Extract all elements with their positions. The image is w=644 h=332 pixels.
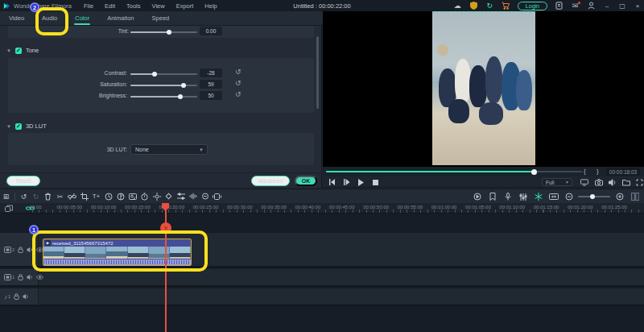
timeline-ruler[interactable]: 00:0000:00:05:0000:00:10:0000:00:15:0000… [0, 203, 644, 214]
media-grid-icon[interactable]: ⊞ [0, 191, 12, 201]
contrast-value[interactable]: -28 [200, 68, 222, 77]
add-text-icon[interactable]: T+ [90, 191, 102, 201]
menu-export[interactable]: Export [171, 2, 200, 10]
mark-out-button[interactable]: } [597, 167, 599, 176]
menu-tools[interactable]: Tools [121, 2, 147, 10]
next-frame-button[interactable] [342, 178, 350, 186]
video-track-row[interactable]: 1 [0, 269, 644, 287]
delete-icon[interactable] [42, 191, 54, 201]
hide-eye-icon[interactable] [36, 275, 43, 280]
lock-icon[interactable] [18, 274, 23, 280]
advanced-button[interactable]: Advanced [251, 176, 290, 186]
audio-track-header: ♪1 [0, 288, 39, 305]
tab-animation[interactable]: Animation [98, 11, 142, 26]
reset-button[interactable]: Reset [6, 176, 40, 186]
stopwatch-icon[interactable] [138, 191, 151, 201]
crop-icon[interactable] [78, 191, 90, 201]
seek-bar[interactable] [326, 171, 582, 172]
magnetic-timeline-icon[interactable] [532, 192, 544, 202]
tone-section-header[interactable]: ▼ ✓ Tone [6, 47, 39, 54]
lut-section-header[interactable]: ▼ ✓ 3D LUT [6, 122, 47, 130]
video-track-header: 1 [0, 269, 39, 285]
cart-icon[interactable] [502, 2, 510, 10]
contrast-reset-icon[interactable]: ↺ [235, 68, 242, 76]
play-button[interactable] [357, 178, 365, 186]
zoom-to-fit-icon[interactable] [547, 192, 559, 202]
mark-in-button[interactable]: { [584, 167, 586, 176]
saturation-value[interactable]: 59 [200, 80, 222, 89]
track-height-icon[interactable] [629, 192, 641, 202]
auto-ripple-icon[interactable] [5, 205, 13, 212]
menu-help[interactable]: Help [199, 2, 222, 10]
menu-file[interactable]: File [78, 2, 99, 10]
account-icon[interactable] [587, 2, 596, 10]
denoise-icon[interactable] [199, 191, 211, 201]
zoom-out-icon[interactable] [563, 192, 575, 202]
close-button[interactable]: × [634, 2, 642, 10]
lock-icon[interactable] [14, 293, 19, 300]
zoom-in-icon[interactable] [613, 192, 625, 202]
previous-frame-button[interactable] [328, 178, 336, 186]
tab-speed[interactable]: Speed [143, 11, 179, 26]
title-bar: Wondershare Filmora File Edit Tools View… [0, 0, 644, 11]
brightness-reset-icon[interactable]: ↺ [235, 91, 242, 98]
fullscreen-arrows-icon[interactable] [635, 178, 643, 186]
undo-icon[interactable]: ↺ [18, 191, 30, 201]
tone-checkbox[interactable]: ✓ [15, 48, 22, 54]
tab-color[interactable]: Color [66, 11, 98, 26]
motion-tracking-icon[interactable] [151, 191, 163, 201]
stop-button[interactable] [371, 178, 379, 186]
notifications-icon[interactable]: ✉ [571, 2, 580, 10]
timeline-zoom-slider[interactable] [578, 196, 610, 197]
tint-slider[interactable] [130, 31, 197, 33]
marker-bookmark-icon[interactable] [486, 192, 498, 202]
audio-mixer-icon[interactable] [517, 192, 529, 202]
collapse-arrow-icon[interactable]: ▼ [6, 48, 11, 53]
ok-button[interactable]: OK [295, 176, 317, 186]
brightness-value[interactable]: 50 [200, 91, 222, 100]
color-correction-icon[interactable] [114, 191, 126, 201]
split-scissors-icon[interactable]: ✂ [54, 191, 66, 201]
panel-scrollbar[interactable] [316, 36, 319, 109]
redo-icon[interactable]: ↻ [30, 191, 42, 201]
voiceover-mic-icon[interactable] [502, 192, 514, 202]
minimize-button[interactable]: – [603, 2, 611, 10]
clip-options-icon[interactable] [211, 191, 223, 201]
menu-edit[interactable]: Edit [99, 2, 121, 10]
video-track-icon: 1 [4, 274, 14, 280]
lock-icon[interactable] [18, 247, 23, 253]
saturation-reset-icon[interactable]: ↺ [235, 80, 242, 87]
folder-icon[interactable] [622, 178, 630, 186]
preview-zoom-dropdown[interactable]: Full ▼ [542, 178, 572, 186]
saturation-slider[interactable] [130, 85, 197, 86]
track-number: 1 [12, 275, 14, 280]
lut-checkbox[interactable]: ✓ [15, 123, 22, 130]
menu-view[interactable]: View [147, 2, 171, 10]
mute-speaker-icon[interactable] [23, 293, 29, 300]
upgrade-shield-icon[interactable] [469, 2, 478, 10]
cloud-icon[interactable]: ☁ [453, 2, 462, 10]
keyframe-icon[interactable] [163, 191, 175, 201]
video-frame[interactable] [432, 11, 535, 165]
audio-track-row[interactable]: ♪1 [0, 288, 644, 306]
render-preview-icon[interactable] [471, 192, 483, 202]
sync-icon[interactable]: ↻ [485, 2, 494, 10]
brightness-slider[interactable] [130, 96, 197, 98]
snapshot-camera-icon[interactable] [595, 178, 603, 186]
contrast-slider[interactable] [130, 73, 197, 75]
export-doc-icon[interactable] [555, 2, 564, 10]
dual-monitor-icon[interactable] [580, 178, 588, 186]
speaker-icon[interactable] [609, 178, 617, 186]
unlink-icon[interactable] [66, 191, 78, 201]
speed-clock-icon[interactable] [102, 191, 114, 201]
tab-video[interactable]: Video [0, 11, 33, 26]
audio-wave-icon[interactable] [187, 191, 199, 201]
tint-value[interactable]: 0.00 [200, 27, 222, 35]
login-button[interactable]: Login [518, 2, 547, 10]
green-screen-icon[interactable] [126, 191, 138, 201]
lut-dropdown[interactable]: None ▼ [130, 144, 208, 155]
maximize-button[interactable]: ▢ [618, 2, 626, 10]
adjust-sliders-icon[interactable] [175, 191, 187, 201]
collapse-arrow-icon[interactable]: ▼ [6, 124, 11, 129]
mute-speaker-icon[interactable] [27, 274, 33, 280]
